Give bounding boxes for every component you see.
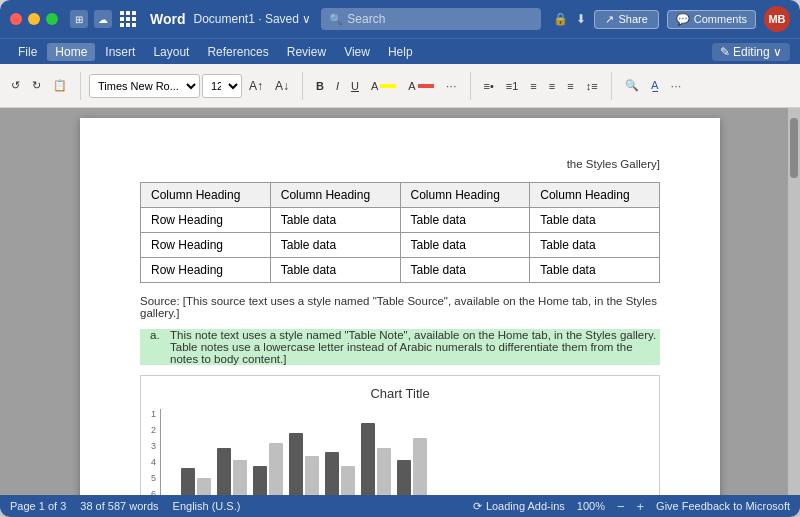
menu-references[interactable]: References [199,43,276,61]
row-heading-2: Row Heading [141,233,271,258]
menu-review[interactable]: Review [279,43,334,61]
numbering-button[interactable]: ≡1 [501,77,524,95]
doc-name[interactable]: Document1 · Saved ∨ [194,12,312,26]
cell-1-2: Table data [400,208,530,233]
scroll-thumb[interactable] [790,118,798,178]
zoom-in-icon[interactable]: + [637,499,645,514]
page-info: Page 1 of 3 [10,500,66,512]
cloud-icon: ☁ [94,10,112,28]
bar-group-3 [253,443,283,495]
bar-group-6 [361,423,391,495]
chart-bars [160,409,447,495]
ribbon-divider-2 [302,72,303,100]
menu-view[interactable]: View [336,43,378,61]
user-avatar[interactable]: MB [764,6,790,32]
share-button[interactable]: ↗ Share [594,10,658,29]
undo-group: ↺ ↻ 📋 [6,76,72,95]
menu-file[interactable]: File [10,43,45,61]
content-table: Column Heading Column Heading Column Hea… [140,182,660,283]
word-count: 38 of 587 words [80,500,158,512]
zoom-level[interactable]: 100% [577,500,605,512]
bar-light-1 [197,478,211,495]
underline-button[interactable]: U [346,77,364,95]
status-right: ⟳ Loading Add-ins 100% − + Give Feedback… [473,499,790,514]
font-decrease-button[interactable]: A↓ [270,76,294,96]
highlight-text-button[interactable]: A̲ [646,76,664,95]
font-family-select[interactable]: Times New Ro... [89,74,200,98]
table-row: Row Heading Table data Table data Table … [141,233,660,258]
menu-insert[interactable]: Insert [97,43,143,61]
bar-group-4 [289,433,319,495]
menu-layout[interactable]: Layout [145,43,197,61]
comment-icon: 💬 [676,13,690,26]
highlight-button[interactable]: A [366,77,401,95]
language: English (U.S.) [173,500,241,512]
redo-button[interactable]: ↻ [27,76,46,95]
source-text: Source: [This source text uses a style n… [140,295,660,319]
loading-spinner: ⟳ [473,500,482,513]
find-button[interactable]: 🔍 [620,76,644,95]
col-header-2: Column Heading [270,183,400,208]
bar-dark-5 [325,452,339,495]
lock-icon: 🔒 [553,12,568,26]
search-input[interactable] [347,12,533,26]
ribbon-divider-1 [80,72,81,100]
bar-light-2 [233,460,247,495]
comments-button[interactable]: 💬 Comments [667,10,756,29]
bullets-button[interactable]: ≡• [479,77,499,95]
bar-group-2 [217,448,247,495]
feedback-button[interactable]: Give Feedback to Microsoft [656,500,790,512]
loading-indicator: ⟳ Loading Add-ins [473,500,565,513]
table-row: Row Heading Table data Table data Table … [141,258,660,283]
cell-2-1: Table data [270,233,400,258]
paragraph-group: ≡• ≡1 ≡ ≡ ≡ ↕≡ [479,77,603,95]
ribbon-more-button[interactable]: ··· [666,75,687,96]
search-bar[interactable]: 🔍 [321,8,541,30]
title-bar-right: 🔒 ⬇ ↗ Share 💬 Comments MB [553,6,790,32]
table-header-row: Column Heading Column Heading Column Hea… [141,183,660,208]
chart-container: Chart Title 6 5 4 3 2 1 [140,375,660,495]
format-group: B I U A A ··· [311,75,462,96]
font-color-button[interactable]: A [403,77,438,95]
row-heading-1: Row Heading [141,208,271,233]
bar-light-3 [269,443,283,495]
font-increase-button[interactable]: A↑ [244,76,268,96]
bar-dark-1 [181,468,195,495]
col-header-1: Column Heading [141,183,271,208]
align-left-button[interactable]: ≡ [525,77,541,95]
editing-button[interactable]: ✎ Editing ∨ [712,43,790,61]
document-page: the Styles Gallery] Column Heading Colum… [80,118,720,495]
bar-group-1 [181,468,211,495]
menu-help[interactable]: Help [380,43,421,61]
bar-dark-4 [289,433,303,495]
font-size-select[interactable]: 12 [202,74,242,98]
bar-light-5 [341,466,355,495]
share-icon: ↗ [605,13,614,26]
cell-1-1: Table data [270,208,400,233]
align-right-button[interactable]: ≡ [562,77,578,95]
waffle-menu-icon[interactable] [120,11,136,27]
italic-button[interactable]: I [331,77,344,95]
undo-button[interactable]: ↺ [6,76,25,95]
ribbon-divider-3 [470,72,471,100]
cell-1-3: Table data [530,208,660,233]
menu-home[interactable]: Home [47,43,95,61]
status-bar: Page 1 of 3 38 of 587 words English (U.S… [0,495,800,517]
word-window: ⊞ ☁ Word Document1 · Saved ∨ 🔍 🔒 ⬇ ↗ Sha… [0,0,800,517]
maximize-button[interactable] [46,13,58,25]
menu-bar: File Home Insert Layout References Revie… [0,38,800,64]
paste-button[interactable]: 📋 [48,76,72,95]
bold-button[interactable]: B [311,77,329,95]
zoom-out-icon[interactable]: − [617,499,625,514]
close-button[interactable] [10,13,22,25]
app-name: Word [150,11,186,27]
document-area: the Styles Gallery] Column Heading Colum… [0,108,800,495]
minimize-button[interactable] [28,13,40,25]
line-spacing-button[interactable]: ↕≡ [581,77,603,95]
vertical-scrollbar[interactable] [788,108,800,495]
chart-y-axis: 6 5 4 3 2 1 [151,409,156,495]
format-more-button[interactable]: ··· [441,75,462,96]
align-center-button[interactable]: ≡ [544,77,560,95]
cell-2-3: Table data [530,233,660,258]
bar-dark-2 [217,448,231,495]
